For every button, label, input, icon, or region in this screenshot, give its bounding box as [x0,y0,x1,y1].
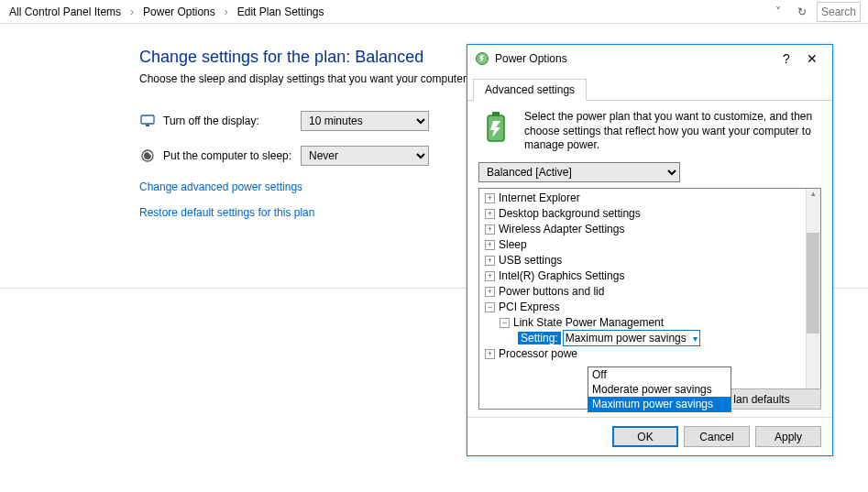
power-plan-select[interactable]: Balanced [Active] [478,162,680,182]
scroll-up-icon[interactable]: ▴ [807,189,820,198]
scroll-thumb[interactable] [807,233,819,333]
intro-text: Select the power plan that you want to c… [524,110,821,153]
svg-rect-0 [141,115,154,124]
cancel-button[interactable]: Cancel [684,426,750,447]
expand-icon[interactable]: + [485,224,495,235]
search-input[interactable] [817,2,861,22]
help-button[interactable]: ? [774,48,799,70]
expand-icon[interactable]: + [485,349,495,359]
tree-item-intel-graphics[interactable]: +Intel(R) Graphics Settings [479,268,806,284]
battery-icon [478,110,515,147]
dialog-body: Select the power plan that you want to c… [467,101,832,417]
breadcrumb-bar: All Control Panel Items › Power Options … [0,0,868,24]
display-icon [139,113,156,129]
sleep-icon [139,148,156,164]
apply-button[interactable]: Apply [755,426,821,447]
ok-button[interactable]: OK [612,426,678,447]
tree-item-usb[interactable]: +USB settings [479,253,806,268]
tree-item-pci-express[interactable]: −PCI Express [479,300,806,315]
display-timeout-select[interactable]: 10 minutes [301,111,429,131]
expand-icon[interactable]: + [485,240,495,250]
tree-item-wireless[interactable]: +Wireless Adapter Settings [479,222,806,237]
svg-rect-5 [492,112,500,116]
history-dropdown-icon[interactable]: ˅ [769,3,787,21]
expand-icon[interactable]: + [485,271,495,281]
chevron-down-icon: ▾ [693,333,698,344]
sleep-label: Put the computer to sleep: [163,149,301,162]
refresh-icon[interactable]: ↻ [793,3,811,21]
option-maximum[interactable]: Maximum power savings [588,397,731,411]
svg-rect-1 [146,125,149,126]
tab-strip: Advanced settings [467,72,832,101]
tab-advanced-settings[interactable]: Advanced settings [473,79,587,101]
dialog-titlebar: Power Options ? ✕ [467,45,832,72]
expand-icon[interactable]: + [485,193,495,203]
breadcrumb-item[interactable]: Power Options [137,3,221,21]
power-options-dialog: Power Options ? ✕ Advanced settings Sele… [467,44,833,456]
scrollbar[interactable]: ▴ ▾ [806,189,820,409]
display-timeout-label: Turn off the display: [163,115,301,127]
close-button[interactable]: ✕ [799,48,825,70]
breadcrumb-item[interactable]: All Control Panel Items [4,3,126,21]
tree-item-link-state[interactable]: −Link State Power Management [479,315,806,331]
setting-combo[interactable]: Maximum power savings▾ [563,330,700,346]
dialog-footer: OK Cancel Apply [467,417,832,455]
expand-icon[interactable]: + [485,209,495,219]
sleep-select[interactable]: Never [301,146,429,166]
setting-dropdown-popup: Off Moderate power savings Maximum power… [588,366,731,412]
collapse-icon[interactable]: − [485,302,495,312]
expand-icon[interactable]: + [485,256,495,266]
expand-icon[interactable]: + [485,287,495,297]
tree-item-setting[interactable]: Setting: Maximum power savings▾ [479,331,806,346]
setting-label: Setting: [518,332,561,344]
tree-item-sleep[interactable]: +Sleep [479,237,806,253]
breadcrumb-item[interactable]: Edit Plan Settings [232,3,330,21]
tree-item-power-buttons[interactable]: +Power buttons and lid [479,284,806,300]
option-moderate[interactable]: Moderate power savings [588,382,731,397]
tree-item-processor[interactable]: +Processor powe [479,346,806,362]
collapse-icon[interactable]: − [500,318,510,328]
option-off[interactable]: Off [588,367,731,382]
power-icon [475,51,489,66]
intro-row: Select the power plan that you want to c… [478,110,821,153]
dialog-title: Power Options [495,52,567,65]
tree-item-desktop-bg[interactable]: +Desktop background settings [479,206,806,222]
chevron-right-icon: › [126,5,137,18]
chevron-right-icon: › [221,5,232,18]
tree-item-ie[interactable]: +Internet Explorer [479,191,806,206]
